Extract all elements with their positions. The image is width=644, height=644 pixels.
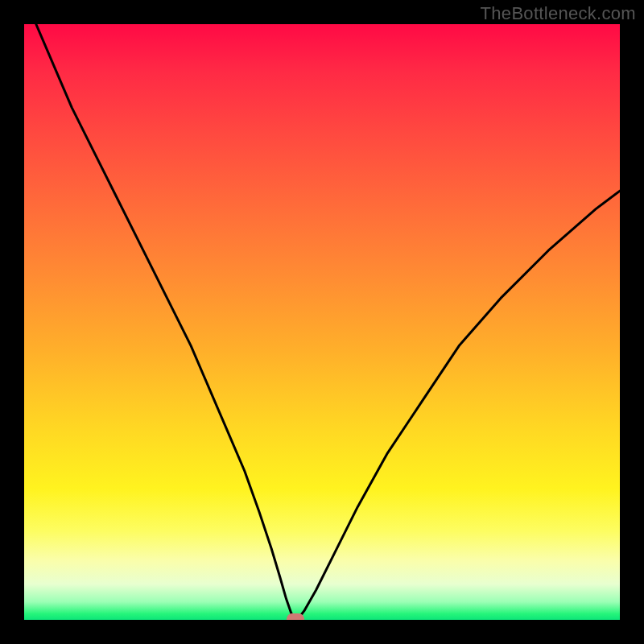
chart-frame: TheBottleneck.com [0,0,644,644]
bottleneck-curve-path [36,24,620,619]
curve-layer [24,24,620,620]
plot-area [24,24,620,620]
minimum-marker [287,613,304,620]
watermark-text: TheBottleneck.com [481,3,636,24]
